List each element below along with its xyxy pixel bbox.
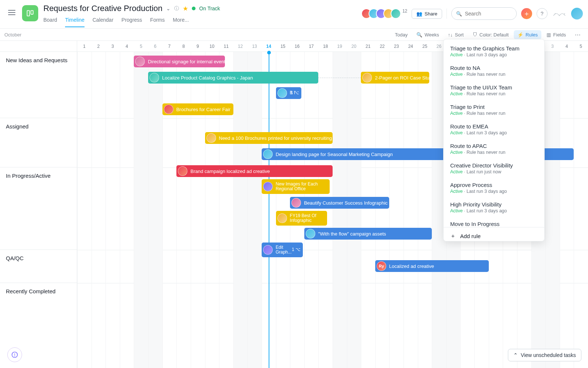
info-icon[interactable]: ⓘ <box>174 5 179 12</box>
assignee-avatar <box>178 166 187 176</box>
rule-meta: Active · Last run 3 days ago <box>450 208 538 213</box>
task-bar[interactable]: Need a 100 Brochures printed for univers… <box>205 132 333 144</box>
assignee-avatar <box>207 133 216 143</box>
task-bar[interactable]: "With the flow" campaign assets <box>304 228 432 240</box>
rule-meta: Active · Last run 3 days ago <box>450 52 538 57</box>
day-header: 16 <box>290 41 304 52</box>
tab-forms[interactable]: Forms <box>150 17 165 27</box>
view-unscheduled-button[interactable]: ⌃ View unscheduled tasks <box>508 349 581 361</box>
day-header: 22 <box>375 41 390 52</box>
task-bar[interactable]: Brochures for Career Fair <box>162 103 233 115</box>
project-title[interactable]: Requests for Creative Production <box>43 4 162 13</box>
day-header: 5 <box>574 41 588 52</box>
rule-item[interactable]: High Priority VisibilityActive · Last ru… <box>444 198 544 217</box>
rules-button[interactable]: ⚡Rules <box>514 30 541 39</box>
svg-rect-0 <box>27 11 29 16</box>
rule-meta: Active · Rule has never run <box>450 72 538 77</box>
task-label: Need a 100 Brochures printed for univers… <box>219 135 332 141</box>
day-header: 25 <box>418 41 432 52</box>
day-header: 13 <box>247 41 262 52</box>
rule-item[interactable]: Move to In ProgressActive · Last run 3 d… <box>444 217 544 227</box>
member-avatars[interactable]: 12 <box>364 8 407 19</box>
project-icon[interactable] <box>22 5 38 21</box>
task-bar[interactable]: FY19 Best Of Infographic <box>276 211 327 226</box>
share-button[interactable]: 👥 Share <box>412 9 442 19</box>
day-header: 4 <box>560 41 574 52</box>
add-rule-button[interactable]: ＋ Add rule <box>444 227 544 241</box>
assignee-avatar <box>277 88 287 98</box>
rule-item[interactable]: Route to APACActive · Rule has never run <box>444 139 544 159</box>
day-header: 3 <box>105 41 120 52</box>
chevron-down-icon[interactable]: ⌄ <box>166 6 171 11</box>
task-bar[interactable]: Directional signage for internal events <box>134 56 225 67</box>
subtask-indicator: 1 ⌥ <box>292 247 301 252</box>
rule-meta: Active · Last run 3 days ago <box>450 189 538 194</box>
task-bar[interactable]: New Images for Each Regional Office <box>262 179 330 194</box>
rule-item[interactable]: Creative Director VisibilityActive · Las… <box>444 159 544 178</box>
day-header: 24 <box>404 41 418 52</box>
fields-icon: ▥ <box>546 32 551 38</box>
app-logo <box>552 8 567 19</box>
star-icon[interactable]: ★ <box>183 5 188 13</box>
help-button[interactable]: ? <box>537 8 548 19</box>
assignee-avatar <box>164 105 173 114</box>
day-header: 17 <box>304 41 319 52</box>
rule-title: Triage to the UI/UX Team <box>450 84 538 91</box>
status-label[interactable]: On Track <box>199 6 220 11</box>
user-avatar[interactable] <box>571 8 583 20</box>
search-icon: 🔍 <box>456 11 462 17</box>
filter-icon: ⛉ <box>473 32 477 38</box>
rule-item[interactable]: Triage to the UI/UX TeamActive · Rule ha… <box>444 81 544 100</box>
rule-meta: Active · Last run 3 days ago <box>450 130 538 135</box>
tab-progress[interactable]: Progress <box>122 17 142 27</box>
rule-meta: Active · Rule has never run <box>450 150 538 155</box>
rule-item[interactable]: Route to EMEAActive · Last run 3 days ag… <box>444 120 544 139</box>
help-bubble[interactable] <box>7 347 22 362</box>
section-label[interactable]: Assigned <box>0 118 77 167</box>
search-input[interactable]: 🔍 <box>451 7 517 20</box>
menu-icon[interactable] <box>8 9 15 16</box>
rule-item[interactable]: Approve ProcessActive · Last run 3 days … <box>444 178 544 198</box>
today-button[interactable]: Today <box>391 30 412 39</box>
task-bar[interactable]: RyLocalized ad creative <box>375 260 489 272</box>
section-label[interactable]: New Ideas and Requests <box>0 52 77 118</box>
task-bar[interactable]: Brand campaign localized ad creative <box>176 165 333 177</box>
section-label[interactable]: In Progress/Active <box>0 167 77 250</box>
rule-title: Approve Process <box>450 182 538 188</box>
zoom-button[interactable]: 🔍Weeks <box>413 30 443 39</box>
task-label: Beautify Customer Success Infographic <box>304 200 388 206</box>
sort-button[interactable]: ↑↓Sort <box>444 30 467 39</box>
assignee-avatar <box>135 57 145 66</box>
day-header: 20 <box>347 41 361 52</box>
zoom-icon: 🔍 <box>416 32 422 38</box>
day-header: 21 <box>361 41 375 52</box>
assignee-avatar <box>150 73 159 82</box>
task-bar[interactable]: Beautify Customer Success Infographic <box>290 197 389 209</box>
color-button[interactable]: ⛉Color: Default <box>469 30 512 39</box>
assignee-avatar <box>263 245 273 255</box>
rule-meta: Active · Last run just now <box>450 169 538 174</box>
task-bar[interactable]: Edit Graph...1 ⌥ <box>262 243 303 257</box>
more-icon[interactable]: ⋯ <box>571 29 585 40</box>
task-label: FY19 Best Of Infographic <box>290 213 323 223</box>
task-bar[interactable]: B f1 ⌥ <box>276 87 302 99</box>
task-bar[interactable]: 2-Pager on ROI Case Study <box>361 72 429 84</box>
rule-item[interactable]: Route to NAActive · Rule has never run <box>444 61 544 81</box>
day-header: 3 <box>545 41 560 52</box>
fields-button[interactable]: ▥Fields <box>543 30 570 39</box>
tab-calendar[interactable]: Calendar <box>93 17 114 27</box>
tab-board[interactable]: Board <box>43 17 57 27</box>
task-bar[interactable]: Localize Product Catalog Graphics - Japa… <box>148 72 318 84</box>
tab-more[interactable]: More... <box>173 17 189 27</box>
tab-timeline[interactable]: Timeline <box>65 17 84 27</box>
add-button[interactable]: ＋ <box>521 8 532 19</box>
section-label[interactable]: QA/QC <box>0 250 77 283</box>
day-header: 23 <box>389 41 404 52</box>
assignee-avatar <box>263 182 273 191</box>
rule-item[interactable]: Triage to the Graphics TeamActive · Last… <box>444 42 544 61</box>
people-icon: 👥 <box>416 11 422 17</box>
rule-title: Move to In Progress <box>450 221 538 227</box>
sort-icon: ↑↓ <box>448 32 453 38</box>
rule-item[interactable]: Triage to PrintActive · Rule has never r… <box>444 100 544 120</box>
task-label: Design landing page for Seasonal Marketi… <box>276 152 393 157</box>
